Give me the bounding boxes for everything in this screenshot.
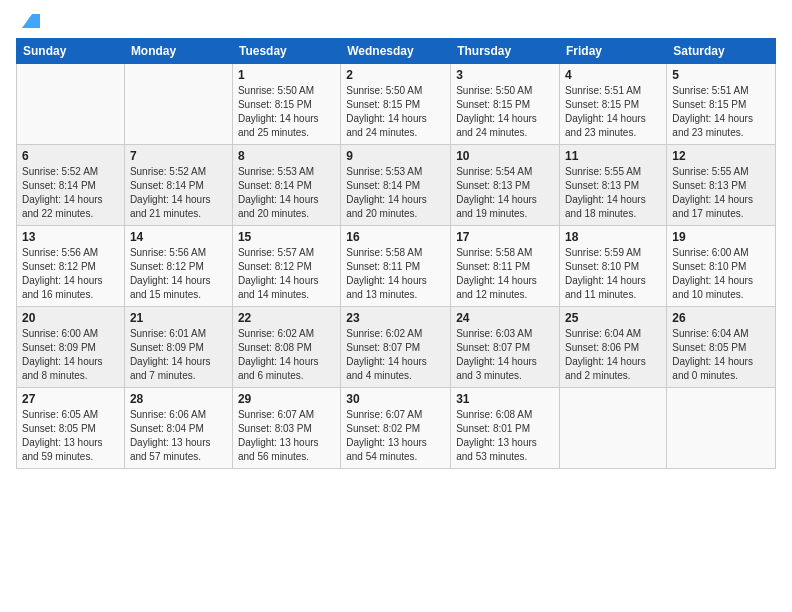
calendar-cell: 22Sunrise: 6:02 AMSunset: 8:08 PMDayligh… <box>232 307 340 388</box>
day-of-week-header: Friday <box>560 39 667 64</box>
calendar-cell: 21Sunrise: 6:01 AMSunset: 8:09 PMDayligh… <box>124 307 232 388</box>
day-number: 29 <box>238 392 335 406</box>
day-detail: Sunrise: 5:53 AMSunset: 8:14 PMDaylight:… <box>238 165 335 221</box>
calendar-cell: 29Sunrise: 6:07 AMSunset: 8:03 PMDayligh… <box>232 388 340 469</box>
day-detail: Sunrise: 6:00 AMSunset: 8:10 PMDaylight:… <box>672 246 770 302</box>
day-detail: Sunrise: 5:56 AMSunset: 8:12 PMDaylight:… <box>22 246 119 302</box>
day-number: 6 <box>22 149 119 163</box>
header <box>16 10 776 32</box>
day-number: 11 <box>565 149 661 163</box>
day-detail: Sunrise: 6:04 AMSunset: 8:05 PMDaylight:… <box>672 327 770 383</box>
calendar-cell: 28Sunrise: 6:06 AMSunset: 8:04 PMDayligh… <box>124 388 232 469</box>
day-number: 1 <box>238 68 335 82</box>
day-detail: Sunrise: 5:52 AMSunset: 8:14 PMDaylight:… <box>22 165 119 221</box>
day-detail: Sunrise: 5:56 AMSunset: 8:12 PMDaylight:… <box>130 246 227 302</box>
day-number: 2 <box>346 68 445 82</box>
calendar-cell <box>560 388 667 469</box>
calendar-cell: 26Sunrise: 6:04 AMSunset: 8:05 PMDayligh… <box>667 307 776 388</box>
logo <box>16 10 40 32</box>
day-detail: Sunrise: 6:04 AMSunset: 8:06 PMDaylight:… <box>565 327 661 383</box>
day-number: 14 <box>130 230 227 244</box>
calendar-cell <box>17 64 125 145</box>
calendar-cell: 3Sunrise: 5:50 AMSunset: 8:15 PMDaylight… <box>451 64 560 145</box>
calendar-cell: 4Sunrise: 5:51 AMSunset: 8:15 PMDaylight… <box>560 64 667 145</box>
calendar-cell: 25Sunrise: 6:04 AMSunset: 8:06 PMDayligh… <box>560 307 667 388</box>
calendar-header-row: SundayMondayTuesdayWednesdayThursdayFrid… <box>17 39 776 64</box>
calendar-cell: 15Sunrise: 5:57 AMSunset: 8:12 PMDayligh… <box>232 226 340 307</box>
day-number: 20 <box>22 311 119 325</box>
calendar-cell: 1Sunrise: 5:50 AMSunset: 8:15 PMDaylight… <box>232 64 340 145</box>
calendar-cell: 19Sunrise: 6:00 AMSunset: 8:10 PMDayligh… <box>667 226 776 307</box>
calendar-cell: 17Sunrise: 5:58 AMSunset: 8:11 PMDayligh… <box>451 226 560 307</box>
logo-icon <box>18 10 40 32</box>
calendar-cell: 8Sunrise: 5:53 AMSunset: 8:14 PMDaylight… <box>232 145 340 226</box>
day-detail: Sunrise: 5:59 AMSunset: 8:10 PMDaylight:… <box>565 246 661 302</box>
day-detail: Sunrise: 5:58 AMSunset: 8:11 PMDaylight:… <box>456 246 554 302</box>
day-number: 22 <box>238 311 335 325</box>
day-detail: Sunrise: 6:05 AMSunset: 8:05 PMDaylight:… <box>22 408 119 464</box>
day-number: 13 <box>22 230 119 244</box>
day-number: 23 <box>346 311 445 325</box>
calendar-cell: 11Sunrise: 5:55 AMSunset: 8:13 PMDayligh… <box>560 145 667 226</box>
calendar-cell: 13Sunrise: 5:56 AMSunset: 8:12 PMDayligh… <box>17 226 125 307</box>
day-detail: Sunrise: 5:50 AMSunset: 8:15 PMDaylight:… <box>346 84 445 140</box>
calendar-cell: 24Sunrise: 6:03 AMSunset: 8:07 PMDayligh… <box>451 307 560 388</box>
day-detail: Sunrise: 5:58 AMSunset: 8:11 PMDaylight:… <box>346 246 445 302</box>
day-detail: Sunrise: 6:02 AMSunset: 8:08 PMDaylight:… <box>238 327 335 383</box>
day-number: 3 <box>456 68 554 82</box>
day-number: 10 <box>456 149 554 163</box>
day-detail: Sunrise: 5:53 AMSunset: 8:14 PMDaylight:… <box>346 165 445 221</box>
day-of-week-header: Wednesday <box>341 39 451 64</box>
calendar-cell: 30Sunrise: 6:07 AMSunset: 8:02 PMDayligh… <box>341 388 451 469</box>
calendar-cell <box>124 64 232 145</box>
day-detail: Sunrise: 5:55 AMSunset: 8:13 PMDaylight:… <box>672 165 770 221</box>
day-number: 17 <box>456 230 554 244</box>
day-number: 15 <box>238 230 335 244</box>
day-number: 31 <box>456 392 554 406</box>
day-detail: Sunrise: 6:01 AMSunset: 8:09 PMDaylight:… <box>130 327 227 383</box>
day-detail: Sunrise: 6:08 AMSunset: 8:01 PMDaylight:… <box>456 408 554 464</box>
day-number: 19 <box>672 230 770 244</box>
day-of-week-header: Saturday <box>667 39 776 64</box>
day-number: 4 <box>565 68 661 82</box>
day-number: 16 <box>346 230 445 244</box>
calendar-cell: 31Sunrise: 6:08 AMSunset: 8:01 PMDayligh… <box>451 388 560 469</box>
page: SundayMondayTuesdayWednesdayThursdayFrid… <box>0 0 792 479</box>
day-detail: Sunrise: 5:57 AMSunset: 8:12 PMDaylight:… <box>238 246 335 302</box>
calendar-cell <box>667 388 776 469</box>
calendar-cell: 23Sunrise: 6:02 AMSunset: 8:07 PMDayligh… <box>341 307 451 388</box>
day-number: 7 <box>130 149 227 163</box>
calendar-cell: 18Sunrise: 5:59 AMSunset: 8:10 PMDayligh… <box>560 226 667 307</box>
day-detail: Sunrise: 6:07 AMSunset: 8:03 PMDaylight:… <box>238 408 335 464</box>
calendar-cell: 9Sunrise: 5:53 AMSunset: 8:14 PMDaylight… <box>341 145 451 226</box>
calendar-week-row: 20Sunrise: 6:00 AMSunset: 8:09 PMDayligh… <box>17 307 776 388</box>
day-number: 18 <box>565 230 661 244</box>
calendar-cell: 27Sunrise: 6:05 AMSunset: 8:05 PMDayligh… <box>17 388 125 469</box>
day-number: 26 <box>672 311 770 325</box>
day-detail: Sunrise: 6:00 AMSunset: 8:09 PMDaylight:… <box>22 327 119 383</box>
day-number: 28 <box>130 392 227 406</box>
calendar-cell: 20Sunrise: 6:00 AMSunset: 8:09 PMDayligh… <box>17 307 125 388</box>
calendar-cell: 6Sunrise: 5:52 AMSunset: 8:14 PMDaylight… <box>17 145 125 226</box>
calendar-cell: 12Sunrise: 5:55 AMSunset: 8:13 PMDayligh… <box>667 145 776 226</box>
calendar-week-row: 6Sunrise: 5:52 AMSunset: 8:14 PMDaylight… <box>17 145 776 226</box>
calendar-cell: 16Sunrise: 5:58 AMSunset: 8:11 PMDayligh… <box>341 226 451 307</box>
day-detail: Sunrise: 5:55 AMSunset: 8:13 PMDaylight:… <box>565 165 661 221</box>
day-of-week-header: Monday <box>124 39 232 64</box>
day-of-week-header: Tuesday <box>232 39 340 64</box>
day-detail: Sunrise: 5:51 AMSunset: 8:15 PMDaylight:… <box>565 84 661 140</box>
svg-marker-1 <box>22 14 40 28</box>
day-number: 5 <box>672 68 770 82</box>
day-of-week-header: Sunday <box>17 39 125 64</box>
day-number: 9 <box>346 149 445 163</box>
day-of-week-header: Thursday <box>451 39 560 64</box>
calendar-cell: 14Sunrise: 5:56 AMSunset: 8:12 PMDayligh… <box>124 226 232 307</box>
day-number: 24 <box>456 311 554 325</box>
day-detail: Sunrise: 6:07 AMSunset: 8:02 PMDaylight:… <box>346 408 445 464</box>
day-detail: Sunrise: 5:52 AMSunset: 8:14 PMDaylight:… <box>130 165 227 221</box>
calendar-week-row: 13Sunrise: 5:56 AMSunset: 8:12 PMDayligh… <box>17 226 776 307</box>
day-detail: Sunrise: 6:02 AMSunset: 8:07 PMDaylight:… <box>346 327 445 383</box>
calendar-week-row: 27Sunrise: 6:05 AMSunset: 8:05 PMDayligh… <box>17 388 776 469</box>
day-number: 25 <box>565 311 661 325</box>
day-number: 27 <box>22 392 119 406</box>
